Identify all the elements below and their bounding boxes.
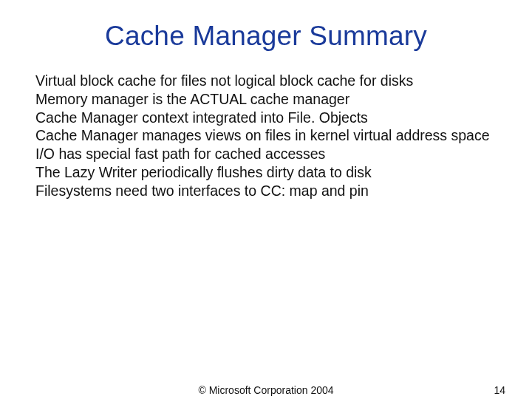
- slide: Cache Manager Summary Virtual block cach…: [0, 0, 532, 399]
- page-title: Cache Manager Summary: [35, 21, 497, 52]
- list-item: Memory manager is the ACTUAL cache manag…: [35, 91, 497, 109]
- copyright-text: © Microsoft Corporation 2004: [0, 384, 532, 396]
- list-item: Cache Manager context integrated into Fi…: [35, 109, 497, 127]
- list-item: I/O has special fast path for cached acc…: [35, 146, 497, 163]
- list-item: Filesystems need two interfaces to CC: m…: [35, 183, 497, 200]
- list-item: The Lazy Writer periodically flushes dir…: [35, 164, 497, 182]
- bullet-list: Virtual block cache for files not logica…: [35, 72, 497, 200]
- page-number: 14: [494, 384, 505, 396]
- list-item: Virtual block cache for files not logica…: [35, 72, 497, 90]
- list-item: Cache Manager manages views on files in …: [35, 127, 497, 145]
